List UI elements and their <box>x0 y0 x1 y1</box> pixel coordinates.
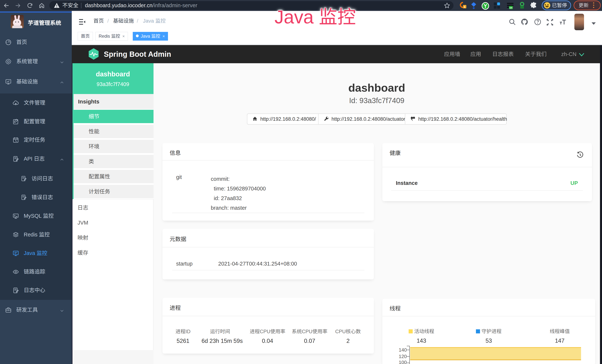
svg-text:1: 1 <box>464 5 465 8</box>
svg-text:on: on <box>509 6 512 9</box>
